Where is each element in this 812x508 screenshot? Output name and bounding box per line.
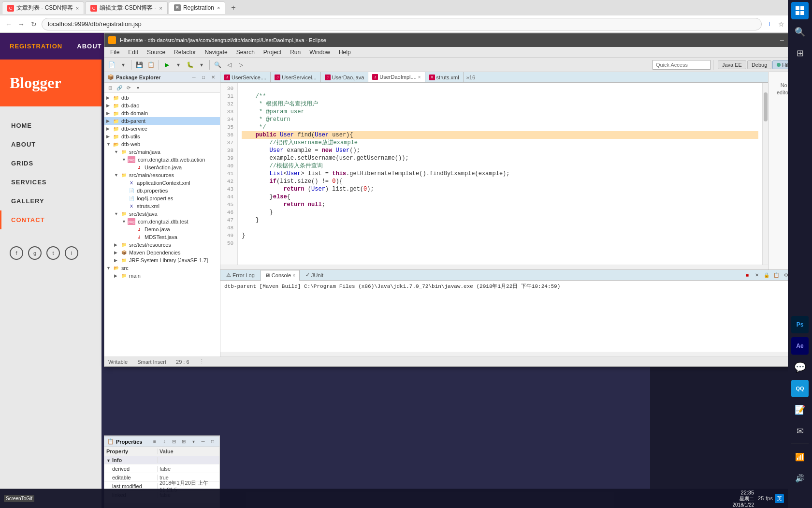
browser-tab-1[interactable]: C 文章列表 - CSDN博客 × bbox=[2, 1, 84, 14]
console-copy-btn[interactable]: 📋 bbox=[772, 271, 781, 280]
sidebar-grids[interactable]: GRIDS bbox=[0, 154, 102, 173]
sidebar-home[interactable]: HOME bbox=[0, 116, 102, 135]
toolbar-dropdown-btn[interactable]: ▾ bbox=[118, 60, 129, 70]
quick-access-input[interactable] bbox=[652, 60, 710, 70]
console-scrollbar-h[interactable] bbox=[220, 352, 812, 357]
menu-refactor[interactable]: Refactor bbox=[170, 47, 200, 58]
pe-menu-btn[interactable]: ▾ bbox=[134, 84, 142, 91]
refresh-button[interactable]: ↻ bbox=[29, 19, 39, 29]
pe-maximize-btn[interactable]: □ bbox=[200, 74, 207, 81]
facebook-icon[interactable]: f bbox=[10, 246, 23, 260]
props-row-derived[interactable]: derived false bbox=[104, 464, 219, 473]
menu-navigate[interactable]: Navigate bbox=[201, 47, 231, 58]
toolbar-debug-btn[interactable]: 🐛 bbox=[185, 60, 195, 70]
sound-icon[interactable]: 🔊 bbox=[791, 469, 809, 487]
editor-tab-userservice[interactable]: J UserService.... bbox=[220, 72, 271, 83]
twitter-icon[interactable]: t bbox=[46, 246, 60, 260]
tree-src[interactable]: ▼ 📂 src bbox=[104, 264, 220, 272]
console-stop-btn[interactable]: ■ bbox=[743, 271, 752, 280]
props-minimize-btn[interactable]: ─ bbox=[199, 438, 207, 446]
tab-close-3[interactable]: × bbox=[217, 5, 220, 11]
pe-minimize-btn[interactable]: ─ bbox=[190, 74, 198, 81]
code-content[interactable]: /** * 根据用户名查找用户 * @param user * @return … bbox=[238, 83, 762, 265]
tree-web-action[interactable]: ▼ pkg com.dengtuzi.dtb.web.action bbox=[104, 156, 220, 164]
sidebar-about[interactable]: ABOUT bbox=[0, 135, 102, 154]
google-icon[interactable]: g bbox=[28, 246, 42, 260]
tree-src-main-res[interactable]: ▼ 📁 src/main/resources bbox=[104, 171, 220, 179]
tree-dtb[interactable]: ▶ 📁 dtb bbox=[104, 94, 220, 102]
tree-user-action[interactable]: ▶ J UserAction.java bbox=[104, 164, 220, 171]
console-tab-errorlog[interactable]: ⚠ Error Log bbox=[222, 270, 259, 281]
editor-tab-userdao[interactable]: J UserDao.java bbox=[321, 72, 369, 83]
translate-icon[interactable]: T bbox=[765, 19, 774, 29]
pe-collapse-btn[interactable]: ⊟ bbox=[106, 84, 114, 91]
network-icon[interactable]: 📶 bbox=[791, 448, 809, 465]
tree-maven-deps[interactable]: ▶ 📦 Maven Dependencies bbox=[104, 249, 220, 256]
win-search-icon[interactable]: 🔍 bbox=[791, 23, 809, 41]
toolbar-forward-btn[interactable]: ▷ bbox=[235, 60, 246, 70]
ae-icon[interactable]: Ae bbox=[791, 337, 809, 355]
pe-close-btn[interactable]: ✕ bbox=[209, 74, 217, 81]
tree-dtb-utils[interactable]: ▶ 📁 dtb-utils bbox=[104, 133, 220, 140]
props-maximize-btn[interactable]: □ bbox=[209, 438, 217, 446]
editor-scrollbar-h[interactable] bbox=[220, 265, 768, 269]
editor-tab-userservicel[interactable]: J UserServicel... bbox=[271, 72, 321, 83]
nav-about[interactable]: ABOUT bbox=[77, 43, 102, 50]
instagram-icon[interactable]: i bbox=[65, 246, 78, 260]
toolbar-debug-dropdown[interactable]: ▾ bbox=[196, 60, 207, 70]
tab-close-1[interactable]: × bbox=[76, 5, 79, 11]
notepad-icon[interactable]: 📝 bbox=[791, 401, 809, 418]
taskbar-screentogif[interactable]: ScreenToGif bbox=[4, 495, 34, 502]
props-toolbar-5[interactable]: ▾ bbox=[189, 438, 197, 446]
tree-dtb-web[interactable]: ▼ 📂 dtb-web bbox=[104, 140, 220, 148]
tree-main[interactable]: ▶ 📁 main bbox=[104, 272, 220, 280]
menu-file[interactable]: File bbox=[106, 47, 123, 58]
browser-tab-2[interactable]: C 编辑文章-CSDN博客 - × bbox=[85, 1, 168, 14]
console-clear-btn[interactable]: ✕ bbox=[753, 271, 761, 280]
toolbar-run-dropdown[interactable]: ▾ bbox=[173, 60, 184, 70]
bookmark-icon[interactable]: ☆ bbox=[776, 19, 786, 29]
status-more[interactable]: ⋮ bbox=[199, 359, 204, 365]
browser-tab-3[interactable]: R Registration × bbox=[169, 1, 225, 14]
sidebar-contact[interactable]: CONTACT bbox=[0, 210, 102, 229]
code-scrollbar-v[interactable] bbox=[762, 83, 768, 265]
tree-src-main-java[interactable]: ▼ 📁 src/main/java bbox=[104, 148, 220, 156]
email-icon[interactable]: ✉ bbox=[791, 422, 809, 440]
perspective-debug[interactable]: Debug bbox=[747, 60, 771, 69]
console-tab-console[interactable]: 🖥 Console × bbox=[261, 270, 300, 281]
menu-project[interactable]: Project bbox=[260, 47, 285, 58]
taskbar-lang[interactable]: 英 bbox=[775, 494, 784, 503]
toolbar-back-btn[interactable]: ◁ bbox=[224, 60, 234, 70]
props-toolbar-3[interactable]: ⊟ bbox=[170, 438, 178, 446]
toolbar-run-btn[interactable]: ▶ bbox=[161, 60, 172, 70]
props-toolbar-1[interactable]: ≡ bbox=[151, 438, 159, 446]
nav-registration[interactable]: REGISTRATION bbox=[10, 43, 62, 50]
console-close[interactable]: × bbox=[292, 273, 295, 278]
tree-db-props[interactable]: ▶ 📄 db.properties bbox=[104, 187, 220, 194]
pe-sync-btn[interactable]: ⟳ bbox=[125, 84, 132, 91]
tree-dtb-parent[interactable]: ▶ 📁 dtb-parent bbox=[104, 117, 220, 125]
win-start-btn[interactable] bbox=[791, 2, 809, 19]
tab-overflow[interactable]: »16 bbox=[464, 75, 478, 80]
props-group-info[interactable]: ▼ Info bbox=[104, 456, 219, 464]
console-tab-junit[interactable]: ✓ JUnit bbox=[302, 270, 327, 281]
menu-run[interactable]: Run bbox=[286, 47, 304, 58]
tree-log4j[interactable]: ▶ 📄 log4j.properties bbox=[104, 194, 220, 202]
new-tab-button[interactable]: + bbox=[226, 1, 240, 14]
address-input[interactable] bbox=[42, 18, 762, 30]
sidebar-gallery[interactable]: GALLERY bbox=[0, 192, 102, 210]
editor-tab-struts[interactable]: X struts.xml bbox=[425, 72, 464, 83]
tree-src-test-java[interactable]: ▼ 📁 src/test/java bbox=[104, 210, 220, 218]
menu-help[interactable]: Help bbox=[335, 47, 355, 58]
tree-dtb-service[interactable]: ▶ 📁 dtb-service bbox=[104, 125, 220, 133]
tree-dtb-dao[interactable]: ▶ 📁 dtb-dao bbox=[104, 102, 220, 109]
qq-icon[interactable]: QQ bbox=[791, 380, 809, 397]
tree-mds-test[interactable]: ▶ J MDSTest.java bbox=[104, 233, 220, 241]
menu-window[interactable]: Window bbox=[305, 47, 334, 58]
toolbar-save-all-btn[interactable]: 📋 bbox=[145, 60, 156, 70]
toolbar-new-btn[interactable]: 📄 bbox=[106, 60, 117, 70]
tree-jre[interactable]: ▶ 📁 JRE System Library [JavaSE-1.7] bbox=[104, 256, 220, 264]
console-content[interactable]: dtb-parent [Maven Build] C:\Program File… bbox=[220, 281, 812, 352]
forward-button[interactable]: → bbox=[16, 19, 26, 29]
toolbar-search-btn[interactable]: 🔍 bbox=[212, 60, 223, 70]
